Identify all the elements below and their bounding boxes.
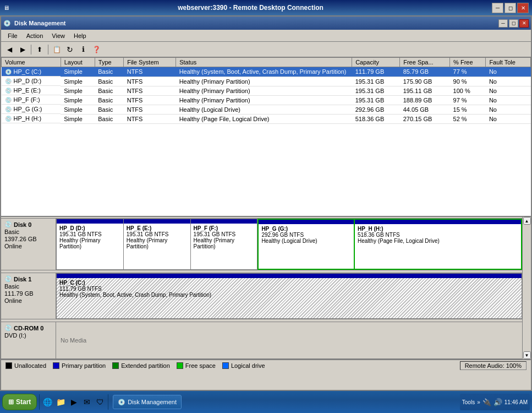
cell-type: Basic [95,105,123,114]
scroll-up-button[interactable]: ▲ [523,217,531,225]
cell-status: Healthy (Page File, Logical Drive) [176,114,352,123]
cell-pct: 77 % [450,67,486,77]
partition-c[interactable]: HP_C (C:) 111.79 GB NTFS Healthy (System… [56,273,522,319]
col-layout[interactable]: Layout [61,58,95,67]
partition-g[interactable]: HP_G (G:) 292.96 GB NTFS Healthy (Logica… [257,219,355,270]
cell-pct: 100 % [450,86,486,95]
partition-f-header [191,219,257,224]
col-type[interactable]: Type [95,58,123,67]
restore-button[interactable]: ◻ [504,3,516,13]
menu-action[interactable]: Action [22,31,48,40]
col-capacity[interactable]: Capacity [352,58,400,67]
partition-h[interactable]: HP_H (H:) 518.36 GB NTFS Healthy (Page F… [355,219,522,270]
legend-label-extended: Extended partition [121,362,170,369]
cell-fs: NTFS [124,86,176,95]
close-button[interactable]: ✕ [517,3,529,13]
show-hide-button[interactable]: 📋 [51,44,63,56]
disk-mgmt-taskbar-btn[interactable]: 💿 Disk Management [113,395,182,409]
col-status[interactable]: Status [176,58,352,67]
security-icon[interactable]: 🛡 [95,396,106,407]
table-row[interactable]: 💿HP_C (C:) Simple Basic NTFS Healthy (Sy… [2,67,531,77]
menu-view[interactable]: View [47,31,69,40]
cell-capacity: 111.79 GB [352,67,400,77]
chevron-icon[interactable]: » [477,399,480,405]
up-button[interactable]: ⬆ [34,44,46,56]
legend-unallocated: Unallocated [6,362,46,369]
scroll-down-button[interactable]: ▼ [523,351,531,359]
ie-icon[interactable]: 🌐 [42,396,53,407]
help-button[interactable]: ❓ [90,44,102,56]
start-button[interactable]: ⊞ Start [2,394,37,410]
col-volume[interactable]: Volume [2,58,61,67]
network-icon[interactable]: 🔌 [482,398,491,406]
disk1-name: Disk 1 [14,276,31,282]
cell-free: 188.89 GB [400,95,450,105]
col-fault[interactable]: Fault Tole [486,58,531,67]
vertical-scrollbar[interactable]: ▲ ▼ [522,217,531,359]
forward-button[interactable]: ▶ [17,44,29,56]
partition-d-header [57,219,123,224]
cell-type: Basic [95,95,123,105]
partition-g-content: HP_G (G:) 292.96 GB NTFS Healthy (Logica… [259,224,354,269]
table-row[interactable]: 💿HP_E (E:) Simple Basic NTFS Healthy (Pr… [2,86,531,95]
system-tray: Tools » 🔌 🔊 11:46 AM [460,394,530,410]
status-bar: Remote Audio: 100% [460,361,526,370]
partition-e[interactable]: HP_E (E:) 195.31 GB NTFS Healthy (Primar… [124,219,191,270]
partition-e-header [124,219,190,224]
outlook-icon[interactable]: ✉ [81,396,92,407]
cell-type: Basic [95,86,123,95]
cell-pct: 97 % [450,95,486,105]
toolbar: ◀ ▶ ⬆ 📋 ↻ ℹ ❓ [1,42,531,57]
app-minimize-button[interactable]: ─ [498,19,508,28]
cell-capacity: 292.96 GB [352,105,400,114]
disk0-status: Online [4,243,52,249]
app-close-button[interactable]: ✕ [519,19,529,28]
partition-h-header [355,220,521,224]
cell-capacity: 518.36 GB [352,114,400,123]
clock[interactable]: 11:46 AM [504,399,528,406]
table-row[interactable]: 💿HP_F (F:) Simple Basic NTFS Healthy (Pr… [2,95,531,105]
legend-extended: Extended partition [112,362,170,369]
cell-fault: No [486,86,531,95]
explorer-icon[interactable]: 📁 [55,396,66,407]
start-icon: ⊞ [8,398,14,406]
disk1-row: 💿 Disk 1 Basic 111.79 GB Online HP_C (C:… [1,273,522,319]
disk-panels-area: 💿 Disk 0 Basic 1397.26 GB Online HP_D (D… [1,217,531,359]
minimize-button[interactable]: ─ [492,3,503,13]
properties-button[interactable]: ℹ [77,44,89,56]
table-row[interactable]: 💿HP_G (G:) Simple Basic NTFS Healthy (Lo… [2,105,531,114]
title-bar-buttons: ─ ◻ ✕ [492,3,529,13]
app-restore-button[interactable]: ◻ [509,19,518,28]
table-row[interactable]: 💿HP_D (D:) Simple Basic NTFS Healthy (Pr… [2,77,531,86]
menu-file[interactable]: File [3,31,22,40]
disk1-label: 💿 Disk 1 Basic 111.79 GB Online [1,273,56,319]
table-row[interactable]: 💿HP_H (H:) Simple Basic NTFS Healthy (Pa… [2,114,531,123]
disk0-name: Disk 0 [14,221,31,228]
tools-label: Tools [462,399,475,405]
cell-layout: Simple [61,105,95,114]
col-pctfree[interactable]: % Free [450,58,486,67]
audio-icon[interactable]: 🔊 [493,398,502,406]
cell-layout: Simple [61,67,95,77]
refresh-button[interactable]: ↻ [64,44,76,56]
partition-h-content: HP_H (H:) 518.36 GB NTFS Healthy (Page F… [355,224,521,269]
back-button[interactable]: ◀ [3,44,15,56]
media-icon[interactable]: ▶ [68,396,79,407]
partition-f[interactable]: HP_F (F:) 195.31 GB NTFS Healthy (Primar… [191,219,258,270]
cell-capacity: 195.31 GB [352,86,400,95]
disk-mgmt-taskbar-icon: 💿 [118,399,125,406]
cell-free: 44.05 GB [400,105,450,114]
cell-free: 85.79 GB [400,67,450,77]
menu-help[interactable]: Help [69,31,91,40]
legend-label-freespace: Free space [185,362,216,369]
partition-d[interactable]: HP_D (D:) 195.31 GB NTFS Healthy (Primar… [56,219,124,270]
col-filesystem[interactable]: File System [124,58,176,67]
cell-pct: 15 % [450,105,486,114]
col-freespace[interactable]: Free Spa... [400,58,450,67]
title-bar-text: webserver:3390 - Remote Desktop Connecti… [9,4,492,12]
cell-volume: 💿HP_G (G:) [2,105,61,114]
legend-logical: Logical drive [222,362,265,369]
cell-capacity: 195.31 GB [352,95,400,105]
disk0-label: 💿 Disk 0 Basic 1397.26 GB Online [1,219,56,270]
cell-volume: 💿HP_D (D:) [2,77,61,86]
